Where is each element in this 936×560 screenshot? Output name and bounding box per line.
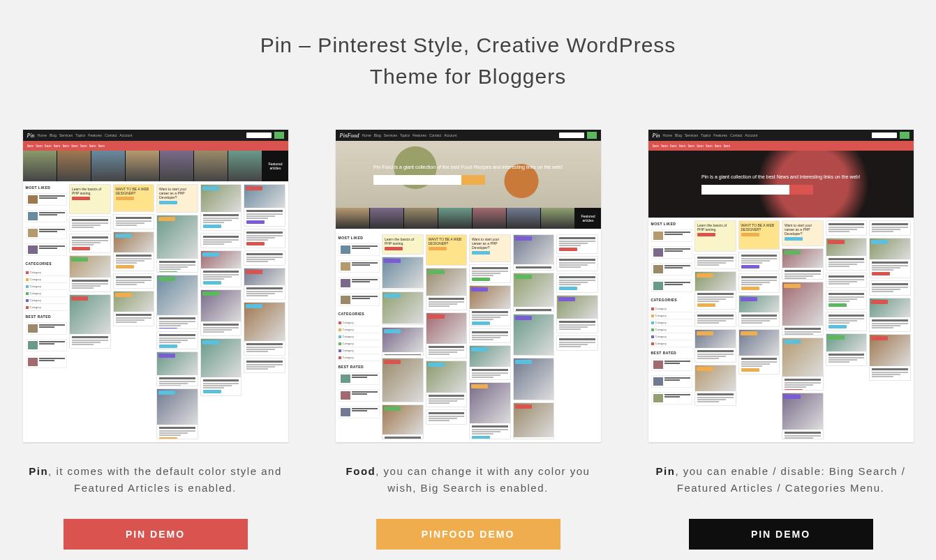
demo-button-0[interactable]: PIN DEMO [64,519,248,550]
demo-caption-0: Pin, it comes with the default color sty… [23,463,288,499]
demo-col-2: PinHomeBlogServicesTopicsFeaturesContact… [648,130,914,550]
demo-button-1[interactable]: PINFOOD DEMO [376,519,560,550]
demo-button-2[interactable]: PIN DEMO [689,519,873,550]
demo-col-0: PinHomeBlogServicesTopicsFeaturesContact… [23,130,288,550]
title-line-1: Pin – Pinterest Style, Creative WordPres… [260,33,676,56]
demo-caption-2: Pin, you can enable / disable: Bing Sear… [648,463,914,499]
title-line-2: Theme for Bloggers [370,65,566,88]
demo-columns: PinHomeBlogServicesTopicsFeaturesContact… [0,130,936,550]
demo-col-1: PinFoodHomeBlogServicesTopicsFeaturesCon… [336,130,601,550]
page-title: Pin – Pinterest Style, Creative WordPres… [0,29,936,92]
demo-thumb-0[interactable]: PinHomeBlogServicesTopicsFeaturesContact… [23,130,288,442]
demo-thumb-1[interactable]: PinFoodHomeBlogServicesTopicsFeaturesCon… [336,130,601,442]
demo-thumb-2[interactable]: PinHomeBlogServicesTopicsFeaturesContact… [648,130,914,442]
demo-caption-1: Food, you can change it with any color y… [336,463,601,499]
